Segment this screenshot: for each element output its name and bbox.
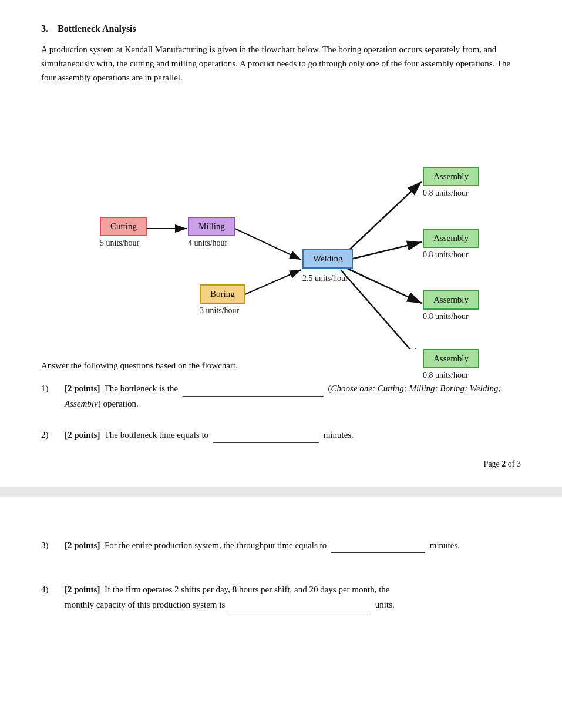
assembly1-rate: 0.8 units/hour xyxy=(423,189,469,198)
assembly3-node: Assembly xyxy=(423,290,479,310)
assembly2-rate: 0.8 units/hour xyxy=(423,250,469,260)
cutting-label: Cutting xyxy=(110,222,137,231)
welding-rate: 2.5 units/hour xyxy=(302,274,348,283)
milling-to-welding-arrow xyxy=(235,229,301,260)
welding-to-assembly1-arrow xyxy=(341,182,422,258)
assembly3-rate: 0.8 units/hour xyxy=(423,312,469,321)
q1-points: [2 points] xyxy=(65,384,100,393)
page-break xyxy=(0,487,562,497)
welding-to-assembly2-arrow xyxy=(344,242,422,261)
question-1: 1) [2 points] The bottleneck is the (Cho… xyxy=(41,381,521,411)
flowchart: Cutting 5 units/hour Milling 4 units/hou… xyxy=(41,102,521,349)
assembly2-node: Assembly xyxy=(423,229,479,248)
q3-blank[interactable] xyxy=(331,552,425,553)
page-1: 3. Bottleneck Analysis A production syst… xyxy=(0,0,562,728)
q2-blank[interactable] xyxy=(213,442,319,443)
page-current: 2 xyxy=(502,459,506,468)
milling-label: Milling xyxy=(198,222,225,231)
section-heading: 3. Bottleneck Analysis xyxy=(41,24,521,34)
boring-label: Boring xyxy=(210,289,235,298)
assembly4-label: Assembly xyxy=(433,354,469,363)
assembly2-label: Assembly xyxy=(433,233,469,243)
welding-node: Welding xyxy=(302,249,353,269)
cutting-node: Cutting xyxy=(100,217,147,236)
q4-num: 4) xyxy=(41,582,65,598)
section-number: 3. xyxy=(41,24,48,33)
boring-to-welding-arrow xyxy=(244,270,301,295)
milling-rate: 4 units/hour xyxy=(188,239,227,248)
q2-num: 2) xyxy=(41,428,65,443)
boring-rate: 3 units/hour xyxy=(200,306,239,316)
question-2: 2) [2 points] The bottleneck time equals… xyxy=(41,428,521,443)
q1-num: 1) xyxy=(41,381,65,397)
welding-to-assembly4-arrow xyxy=(341,270,422,349)
q4-blank[interactable] xyxy=(230,612,371,612)
page-number: Page 2 of 3 xyxy=(41,459,521,469)
cutting-rate: 5 units/hour xyxy=(100,239,139,248)
assembly1-node: Assembly xyxy=(423,167,479,186)
question-4: 4) [2 points] If the firm operates 2 shi… xyxy=(41,582,521,612)
q2-points: [2 points] xyxy=(65,430,100,440)
welding-label: Welding xyxy=(313,254,342,263)
assembly3-label: Assembly xyxy=(433,295,469,304)
page-2-content: 3) [2 points] For the entire production … xyxy=(41,515,521,613)
boring-node: Boring xyxy=(200,284,245,304)
intro-paragraph: A production system at Kendall Manufactu… xyxy=(41,42,521,85)
welding-to-assembly3-arrow xyxy=(344,267,422,303)
section-title: Bottleneck Analysis xyxy=(58,24,136,33)
q1-blank[interactable] xyxy=(183,396,324,397)
q3-body: [2 points] For the entire production sys… xyxy=(65,538,521,553)
q1-body: [2 points] The bottleneck is the (Choose… xyxy=(65,381,521,411)
q4-points: [2 points] xyxy=(65,585,100,594)
q3-num: 3) xyxy=(41,538,65,553)
assembly1-label: Assembly xyxy=(433,172,469,181)
question-3: 3) [2 points] For the entire production … xyxy=(41,538,521,553)
milling-node: Milling xyxy=(188,217,235,236)
assembly4-node: Assembly xyxy=(423,349,479,368)
assembly4-rate: 0.8 units/hour xyxy=(423,371,469,380)
q2-body: [2 points] The bottleneck time equals to… xyxy=(65,428,521,443)
q4-body: [2 points] If the firm operates 2 shifts… xyxy=(65,582,521,612)
q3-points: [2 points] xyxy=(65,541,100,550)
